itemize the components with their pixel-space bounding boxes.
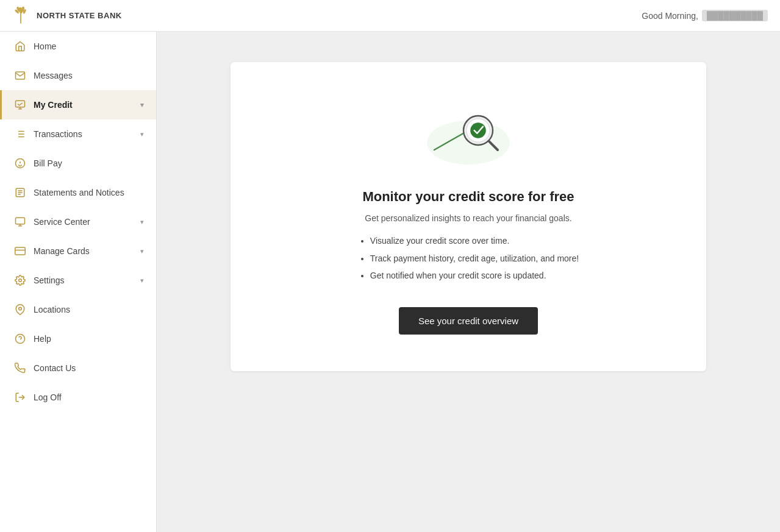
svg-rect-6 [16,101,25,107]
sidebar-item-contact-us[interactable]: Contact Us [0,353,156,383]
sidebar-item-locations-label: Locations [34,305,144,314]
card-subtitle: Get personalized insights to reach your … [365,213,571,223]
bullet-2: Track payment history, credit age, utili… [370,250,579,267]
logoff-icon [14,391,26,403]
managecards-icon [14,245,26,257]
sidebar-item-home[interactable]: Home [0,32,156,61]
sidebar-item-log-off[interactable]: Log Off [0,383,156,412]
sidebar-item-my-credit[interactable]: My Credit ▾ [0,90,156,119]
layout: Home Messages My Credit ▾ Transactions ▾ [0,32,780,532]
sidebar-item-settings-label: Settings [34,275,133,285]
svg-point-27 [19,279,22,282]
sidebar-item-messages-label: Messages [34,71,144,80]
svg-point-28 [19,307,22,310]
sidebar-item-messages[interactable]: Messages [0,61,156,90]
bank-name: NORTH STATE BANK [37,11,122,21]
sidebar-item-settings[interactable]: Settings ▾ [0,266,156,295]
chevron-down-icon: ▾ [140,247,144,255]
chevron-down-icon: ▾ [140,101,144,109]
sidebar-item-service-center-label: Service Center [34,217,133,227]
greeting-area: Good Morning, ██████████ [642,10,768,21]
chevron-down-icon: ▾ [140,130,144,138]
sidebar-item-transactions-label: Transactions [34,129,133,139]
sidebar: Home Messages My Credit ▾ Transactions ▾ [0,32,157,532]
sidebar-item-service-center[interactable]: Service Center ▾ [0,207,156,236]
home-icon [14,40,26,52]
sidebar-item-manage-cards[interactable]: Manage Cards ▾ [0,236,156,266]
bank-logo-icon [10,5,32,27]
sidebar-item-statements-label: Statements and Notices [34,188,144,197]
settings-icon [14,274,26,286]
sidebar-item-contact-us-label: Contact Us [34,363,144,373]
billpay-icon [14,157,26,169]
sidebar-item-help-label: Help [34,334,144,344]
header: NORTH STATE BANK Good Morning, █████████… [0,0,780,32]
sidebar-item-my-credit-label: My Credit [34,100,133,110]
credit-illustration [420,99,517,172]
sidebar-item-manage-cards-label: Manage Cards [34,246,133,256]
sidebar-item-transactions[interactable]: Transactions ▾ [0,119,156,149]
chevron-down-icon: ▾ [140,218,144,226]
servicecenter-icon [14,216,26,228]
chevron-down-icon: ▾ [140,277,144,285]
sidebar-item-help[interactable]: Help [0,324,156,353]
credit-card: Monitor your credit score for free Get p… [231,62,706,371]
svg-rect-5 [20,11,21,23]
bullet-3: Get notified when your credit score is u… [370,268,579,284]
main-content: Monitor your credit score for free Get p… [157,32,780,532]
see-credit-overview-button[interactable]: See your credit overview [399,307,538,335]
statements-icon [14,186,26,199]
svg-rect-25 [15,247,26,255]
logo-area: NORTH STATE BANK [10,5,122,27]
sidebar-item-locations[interactable]: Locations [0,295,156,324]
sidebar-item-bill-pay-label: Bill Pay [34,158,144,168]
credit-icon [14,99,26,111]
contactus-icon [14,362,26,374]
messages-icon [14,69,26,82]
svg-point-35 [470,122,486,138]
sidebar-item-home-label: Home [34,41,144,51]
sidebar-item-statements[interactable]: Statements and Notices [0,178,156,207]
svg-rect-22 [16,218,25,224]
transactions-icon [14,128,26,140]
locations-icon [14,303,26,316]
card-title: Monitor your credit score for free [362,189,574,205]
bullet-1: Visualize your credit score over time. [370,233,579,249]
greeting-text: Good Morning, [642,11,698,21]
greeting-name: ██████████ [702,10,768,21]
sidebar-item-bill-pay[interactable]: Bill Pay [0,149,156,178]
card-bullets: Visualize your credit score over time. T… [358,233,579,285]
sidebar-item-log-off-label: Log Off [34,392,144,402]
help-icon [14,333,26,345]
